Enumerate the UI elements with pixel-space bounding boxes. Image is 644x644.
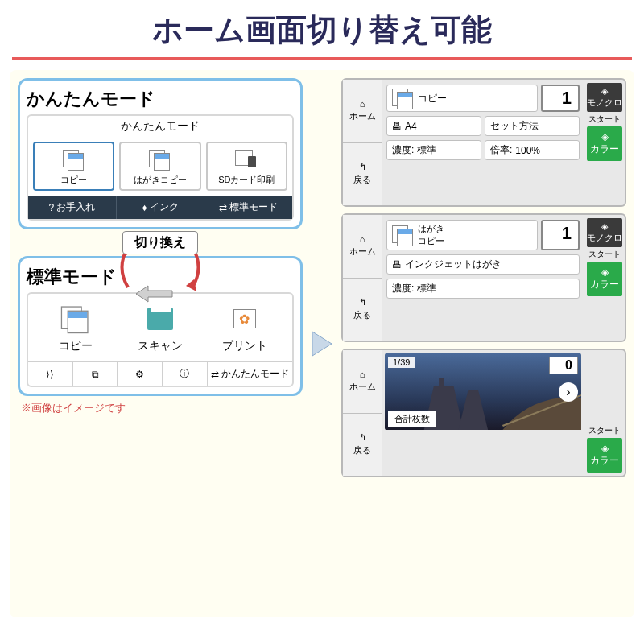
copy-title-box[interactable]: コピー [386, 85, 538, 112]
color-start-button[interactable]: ◈カラー [587, 126, 622, 161]
settings-button[interactable]: ⚙ [118, 362, 163, 386]
wifi-button[interactable]: ⟩⟩ [28, 362, 73, 386]
easy-buttons-row: コピー はがきコピー SDカード印刷 [28, 137, 292, 196]
swap-icon: ⇄ [219, 202, 227, 213]
back-button[interactable]: ↰戻る [343, 279, 382, 341]
copy-icon [392, 89, 415, 108]
diamond-icon: ◈ [601, 131, 609, 142]
link-button[interactable]: ⧉ [73, 362, 118, 386]
diamond-icon: ◈ [601, 443, 609, 454]
postcard-icon [122, 147, 197, 172]
ink-drop-icon: ♦ [142, 202, 147, 213]
page-counter: 1/39 [388, 357, 415, 368]
help-icon: ? [48, 202, 54, 213]
photo-detail-panel: ⌂ホーム ↰戻る 1/39 0 › 合計枚数 [341, 349, 626, 477]
copy-count[interactable]: 1 [541, 220, 580, 250]
swap-icon: ⇄ [211, 369, 219, 380]
divider [12, 57, 632, 60]
easy-mode-switch-button[interactable]: ⇄かんたんモード [208, 362, 292, 386]
main-container: かんたんモード かんたんモード コピー はがきコピー SDカード印刷 [10, 70, 634, 617]
back-icon: ↰ [359, 162, 366, 172]
ratio-box[interactable]: 倍率:100% [485, 140, 580, 160]
sdcard-icon [209, 147, 284, 172]
paper-box[interactable]: 🖶A4 [386, 116, 481, 136]
easy-copy-button[interactable]: コピー [33, 142, 114, 191]
scan-icon [118, 302, 202, 336]
std-mode-screen: コピー スキャン プリント ⟩⟩ ⧉ ⚙ ⓘ ⇄かんた [27, 292, 294, 387]
std-print-button[interactable]: プリント [203, 302, 287, 353]
copy-icon [33, 302, 118, 336]
detail-main: コピー 1 🖶A4 セット方法 濃度:標準 倍率:100% [382, 80, 584, 205]
easy-postcard-button[interactable]: はがきコピー [119, 142, 200, 191]
back-button[interactable]: ↰戻る [343, 143, 382, 206]
std-copy-button[interactable]: コピー [33, 302, 118, 353]
std-mode-switch-button[interactable]: ⇄標準モード [204, 196, 292, 219]
footnote: ※画像はイメージです [18, 401, 303, 415]
printer-icon: 🖶 [392, 259, 402, 270]
ink-button[interactable]: ♦インク [117, 196, 205, 219]
detail-main: はがき コピー 1 🖶インクジェットはがき 濃度:標準 [382, 215, 584, 341]
diamond-icon: ◈ [601, 266, 609, 278]
postcard-icon [392, 225, 415, 245]
easy-mode-screen: かんたんモード コピー はがきコピー SDカード印刷 [27, 114, 294, 221]
color-start-button[interactable]: ◈カラー [587, 438, 622, 473]
link-icon: ⧉ [92, 369, 99, 380]
diamond-icon: ◈ [601, 221, 608, 231]
info-button[interactable]: ⓘ [163, 362, 208, 386]
arrow-right [309, 78, 335, 609]
back-icon: ↰ [359, 297, 366, 308]
density-box[interactable]: 濃度:標準 [386, 140, 481, 160]
maintenance-button[interactable]: ?お手入れ [28, 196, 117, 219]
svg-marker-3 [136, 286, 172, 302]
photo-preview[interactable]: 1/39 0 › 合計枚数 [385, 353, 581, 430]
copy-count[interactable]: 1 [541, 85, 580, 112]
easy-bottom-bar: ?お手入れ ♦インク ⇄標準モード [28, 196, 292, 219]
total-count-button[interactable]: 合計枚数 [388, 411, 436, 427]
printer-icon: 🖶 [392, 121, 402, 132]
svg-marker-6 [459, 390, 489, 430]
mono-start-button[interactable]: ◈モノクロ [587, 83, 622, 112]
color-start-button[interactable]: ◈カラー [587, 262, 622, 296]
home-icon: ⌂ [360, 369, 365, 379]
back-button[interactable]: ↰戻る [343, 414, 382, 477]
detail-sidebar: ⌂ホーム ↰戻る [343, 215, 382, 341]
chevron-right-icon: › [566, 385, 570, 399]
page-title: ホーム画面切り替え可能 [0, 0, 644, 57]
density-box[interactable]: 濃度:標準 [386, 279, 580, 299]
switch-area: 切り換え [18, 231, 303, 254]
diamond-icon: ◈ [601, 86, 608, 96]
home-icon: ⌂ [360, 99, 365, 109]
std-scan-button[interactable]: スキャン [118, 302, 202, 353]
detail-actions: ◈モノクロ スタート ◈カラー [584, 215, 625, 341]
detail-main: 1/39 0 › 合計枚数 [382, 350, 584, 476]
start-label: スタート [587, 425, 622, 436]
std-icons-row: コピー スキャン プリント [28, 294, 292, 361]
copy-detail-panel: ⌂ホーム ↰戻る コピー 1 🖶A4 セット方法 濃度:標準 倍率:100% ◈… [341, 78, 626, 207]
home-icon: ⌂ [360, 234, 365, 244]
switch-label: 切り換え [122, 231, 198, 254]
svg-marker-4 [312, 332, 332, 356]
copy-icon [36, 147, 111, 172]
print-count[interactable]: 0 [549, 357, 578, 374]
home-button[interactable]: ⌂ホーム [343, 215, 382, 279]
detail-sidebar: ⌂ホーム ↰戻る [343, 350, 382, 476]
back-icon: ↰ [359, 432, 366, 443]
postcard-title-box[interactable]: はがき コピー [386, 220, 538, 250]
home-button[interactable]: ⌂ホーム [343, 80, 382, 143]
std-bottom-bar: ⟩⟩ ⧉ ⚙ ⓘ ⇄かんたんモード [28, 361, 292, 386]
right-column: ⌂ホーム ↰戻る コピー 1 🖶A4 セット方法 濃度:標準 倍率:100% ◈… [341, 78, 626, 609]
chevron-right-icon [311, 328, 333, 360]
mono-start-button[interactable]: ◈モノクロ [587, 218, 622, 247]
print-icon [203, 302, 287, 336]
start-label: スタート [587, 249, 622, 260]
paper-box[interactable]: 🖶インクジェットはがき [386, 254, 580, 275]
next-photo-button[interactable]: › [559, 382, 578, 402]
left-column: かんたんモード かんたんモード コピー はがきコピー SDカード印刷 [18, 78, 303, 609]
info-icon: ⓘ [180, 367, 189, 381]
detail-actions: ◈モノクロ スタート ◈カラー [584, 80, 625, 205]
set-method-box[interactable]: セット方法 [485, 116, 580, 136]
easy-sdcard-button[interactable]: SDカード印刷 [206, 142, 287, 191]
detail-sidebar: ⌂ホーム ↰戻る [343, 80, 382, 205]
wifi-icon: ⟩⟩ [46, 369, 54, 380]
home-button[interactable]: ⌂ホーム [343, 350, 382, 414]
